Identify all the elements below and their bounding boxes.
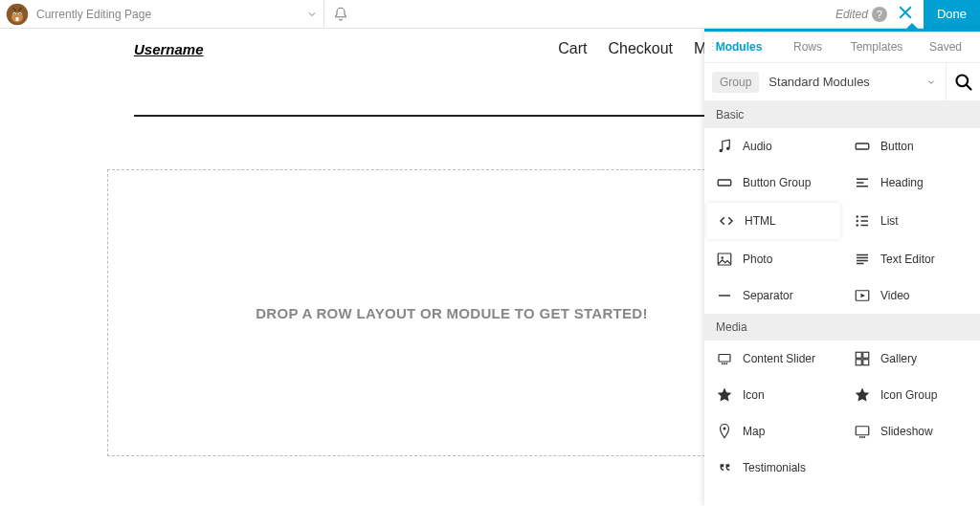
module-video[interactable]: Video: [842, 277, 980, 314]
module-label: Content Slider: [743, 352, 815, 365]
bell-icon: [333, 7, 348, 22]
module-slideshow[interactable]: Slideshow: [842, 413, 980, 450]
svg-point-28: [724, 428, 726, 430]
panel-filter-row: Group Standard Modules: [704, 63, 980, 101]
module-gallery[interactable]: Gallery: [842, 341, 980, 377]
beaver-logo[interactable]: [6, 3, 29, 26]
module-icon[interactable]: Icon: [704, 377, 842, 413]
video-icon: [854, 287, 871, 304]
module-html[interactable]: HTML: [706, 203, 840, 239]
svg-rect-20: [719, 355, 730, 363]
music-note-icon: [716, 138, 733, 155]
section-head-media: Media: [704, 314, 980, 341]
pin-icon: [716, 423, 733, 440]
svg-point-15: [857, 224, 858, 226]
svg-rect-27: [863, 360, 869, 365]
module-label: Audio: [743, 140, 772, 153]
module-testimonials[interactable]: Testimonials: [704, 450, 842, 486]
chevron-down-icon: [926, 77, 936, 87]
module-button[interactable]: Button: [842, 128, 980, 165]
panel-tabs: Modules Rows Templates Saved: [704, 32, 980, 63]
modules-basic: Audio Button Button Group Heading HTML L…: [704, 128, 980, 314]
svg-point-4: [13, 12, 15, 14]
group-toggle[interactable]: Group: [712, 72, 759, 93]
panel-scroll-area[interactable]: Basic Audio Button Button Group Heading …: [704, 101, 980, 506]
svg-point-17: [722, 256, 724, 258]
svg-point-23: [725, 363, 727, 364]
tab-saved[interactable]: Saved: [911, 32, 980, 62]
module-label: Button Group: [743, 176, 811, 189]
module-heading[interactable]: Heading: [842, 165, 980, 201]
site-title[interactable]: Username: [134, 41, 204, 57]
module-label: Testimonials: [743, 461, 806, 474]
panel-arrow: [905, 23, 919, 30]
gallery-icon: [854, 350, 871, 367]
text-icon: [854, 251, 871, 268]
empty-drop-zone[interactable]: DROP A ROW LAYOUT OR MODULE TO GET START…: [107, 169, 796, 456]
panel-search-button[interactable]: [946, 63, 980, 101]
slider-icon: [716, 350, 733, 367]
star-icon: [854, 386, 871, 404]
tab-templates[interactable]: Templates: [842, 32, 911, 62]
svg-rect-6: [16, 17, 19, 21]
heading-icon: [854, 174, 871, 191]
star-icon: [716, 386, 733, 404]
svg-rect-16: [718, 253, 731, 265]
image-icon: [716, 251, 733, 268]
module-label: Icon Group: [880, 388, 937, 402]
svg-rect-25: [863, 352, 869, 358]
group-select[interactable]: Standard Modules: [759, 75, 946, 89]
nav-link-cart[interactable]: Cart: [558, 40, 587, 57]
section-head-basic: Basic: [704, 101, 980, 128]
top-toolbar: Currently Editing Page Edited ? Done: [0, 0, 980, 29]
module-label: Icon: [743, 388, 765, 402]
tab-rows[interactable]: Rows: [773, 32, 842, 62]
svg-point-22: [724, 363, 725, 364]
notifications-button[interactable]: [324, 0, 357, 29]
code-icon: [718, 212, 735, 230]
svg-point-9: [720, 149, 723, 152]
module-label: Text Editor: [880, 253, 935, 266]
module-label: Gallery: [880, 352, 917, 365]
chevron-down-icon: [306, 9, 318, 20]
quote-icon: [716, 459, 733, 476]
svg-point-5: [19, 12, 21, 14]
svg-point-31: [861, 436, 863, 438]
content-panel: ⋮⋮⋮⋮ Modules Rows Templates Saved Group …: [704, 29, 980, 506]
help-icon[interactable]: ?: [872, 7, 887, 22]
slideshow-icon: [854, 423, 871, 440]
module-label: Map: [743, 425, 765, 438]
module-content-slider[interactable]: Content Slider: [704, 341, 842, 377]
edited-status: Edited: [835, 8, 872, 21]
svg-rect-11: [856, 143, 869, 149]
currently-editing-label[interactable]: Currently Editing Page: [34, 8, 157, 21]
module-label: Button: [880, 140, 914, 153]
module-label: Heading: [880, 176, 924, 189]
module-button-group[interactable]: Button Group: [704, 165, 842, 201]
button-group-icon: [716, 174, 733, 191]
module-separator[interactable]: Separator: [704, 277, 842, 314]
panel-drag-handle[interactable]: ⋮⋮⋮⋮: [708, 41, 727, 49]
module-label: Video: [880, 289, 909, 302]
close-icon: [897, 4, 914, 21]
page-dropdown-toggle[interactable]: [301, 0, 323, 29]
list-icon: [854, 212, 871, 230]
modules-media: Content Slider Gallery Icon Icon Group M…: [704, 341, 980, 486]
module-photo[interactable]: Photo: [704, 241, 842, 277]
module-list[interactable]: List: [842, 201, 980, 241]
module-audio[interactable]: Audio: [704, 128, 842, 165]
module-label: Slideshow: [880, 425, 933, 438]
group-selected-label: Standard Modules: [768, 75, 870, 89]
module-icon-group[interactable]: Icon Group: [842, 377, 980, 413]
module-text-editor[interactable]: Text Editor: [842, 241, 980, 277]
svg-rect-29: [856, 427, 869, 435]
done-button[interactable]: Done: [924, 0, 980, 29]
svg-rect-12: [718, 180, 731, 186]
svg-point-30: [859, 436, 861, 438]
module-label: List: [880, 214, 899, 228]
close-panel-button[interactable]: [897, 4, 914, 25]
nav-link-checkout[interactable]: Checkout: [608, 40, 673, 57]
separator-icon: [716, 287, 733, 304]
module-map[interactable]: Map: [704, 413, 842, 450]
svg-point-10: [726, 147, 729, 150]
